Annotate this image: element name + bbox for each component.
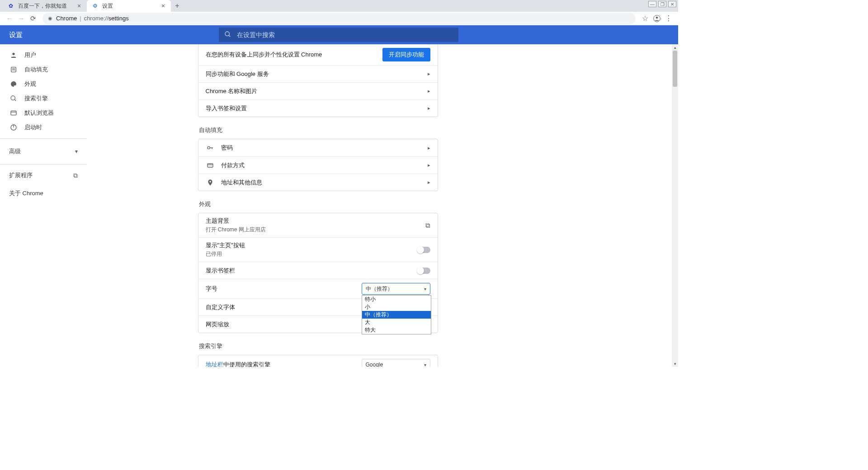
scrollbar-thumb[interactable] [673,51,677,87]
sidebar-label: 搜索引擎 [24,94,48,103]
chevron-right-icon: ▸ [428,179,430,185]
appearance-card: 主题背景打开 Chrome 网上应用店 ⧉ 显示"主页"按钮已停用 显示书签栏 … [198,213,438,333]
sidebar-extensions-link[interactable]: 扩展程序⧉ [0,168,87,183]
scrollbar[interactable]: ▴ ▾ [672,44,678,367]
chevron-right-icon: ▸ [428,71,430,77]
forward-button[interactable]: → [15,13,27,24]
search-input[interactable] [237,31,453,38]
addresses-row[interactable]: 地址和其他信息▸ [198,174,438,191]
sidebar-item-search[interactable]: 搜索引擎 [0,91,87,106]
fontsize-option[interactable]: 特大 [362,326,431,334]
chevron-right-icon: ▸ [428,162,430,168]
svg-point-19 [209,181,211,182]
sidebar-item-appearance[interactable]: 外观 [0,77,87,91]
chrome-name-row[interactable]: Chrome 名称和图片▸ [198,82,438,99]
passwords-row[interactable]: 密码▸ [198,139,438,156]
sidebar-advanced-toggle[interactable]: 高级▾ [0,142,87,160]
sidebar-item-startup[interactable]: 启动时 [0,120,87,135]
row-label: Chrome 名称和图片 [206,87,428,95]
fontsize-select[interactable]: 中（推荐） ▾ 特小 小 中（推荐） 大 特大 [362,283,430,295]
power-icon [9,123,18,132]
searchengine-section-title: 搜索引擎 [198,342,438,350]
browser-icon [9,108,18,118]
sidebar-item-autofill[interactable]: 自动填充 [0,62,87,77]
back-button[interactable]: ← [4,13,15,24]
svg-point-2 [225,32,229,36]
tab-title: 百度一下，你就知道 [18,2,73,10]
chevron-right-icon: ▸ [428,88,430,94]
sidebar-about-link[interactable]: 关于 Chrome [0,186,87,201]
svg-line-3 [229,35,230,37]
autofill-card: 密码▸ 付款方式▸ 地址和其他信息▸ [198,139,438,191]
settings-favicon: ⚙ [91,2,99,9]
settings-search[interactable] [219,28,458,42]
window-close-icon[interactable]: ✕ [668,1,676,7]
address-bar[interactable]: ◉ Chrome | chrome://settings [42,13,636,24]
scroll-up-icon[interactable]: ▴ [672,44,678,51]
bookmark-star-icon[interactable]: ☆ [639,13,651,24]
omnibox-url-path: settings [108,15,129,22]
svg-point-8 [11,96,15,100]
fontsize-option[interactable]: 小 [362,303,431,311]
addressbar-link[interactable]: 地址栏 [206,361,223,367]
searchengine-select[interactable]: Google▾ [362,359,430,367]
payment-row[interactable]: 付款方式▸ [198,156,438,174]
tab-close-icon[interactable]: × [76,3,82,9]
person-icon [9,51,18,60]
homebutton-row: 显示"主页"按钮已停用 [198,237,438,262]
chevron-down-icon: ▾ [75,148,78,155]
browser-titlebar: ✿ 百度一下，你就知道 × ⚙ 设置 × + — ❐ ✕ [0,0,678,12]
fontsize-value: 中（推荐） [366,285,393,293]
chevron-right-icon: ▸ [428,145,430,151]
sync-enable-button[interactable]: 开启同步功能 [382,48,430,61]
fontsize-dropdown: 特小 小 中（推荐） 大 特大 [362,295,431,334]
bookmarks-bar-row: 显示书签栏 [198,262,438,279]
settings-sidebar: 用户 自动填充 外观 搜索引擎 默认浏览器 启动时 高级▾ 扩展程序⧉ 关于 C… [0,44,87,367]
menu-icon[interactable]: ⋮ [663,13,675,24]
homebutton-sublabel: 已停用 [206,250,245,258]
svg-point-4 [12,53,14,55]
row-label: 同步功能和 Google 服务 [206,70,428,78]
bookmarks-toggle[interactable] [418,268,430,274]
search-icon [9,94,18,103]
sidebar-about-label: 关于 Chrome [9,189,43,197]
external-link-icon: ⧉ [425,221,430,230]
searchengine-card: 地址栏中使用的搜索引擎 Google▾ [198,355,438,367]
homebutton-toggle[interactable] [418,247,430,253]
dropdown-arrow-icon: ▾ [424,287,426,291]
fontsize-option-selected[interactable]: 中（推荐） [362,311,431,319]
fontsize-option[interactable]: 特小 [362,296,431,303]
searchengine-row: 地址栏中使用的搜索引擎 Google▾ [198,355,438,367]
card-icon [206,162,215,169]
browser-tab-settings[interactable]: ⚙ 设置 × [87,0,171,12]
reload-button[interactable]: ⟳ [27,13,39,24]
sync-services-row[interactable]: 同步功能和 Google 服务▸ [198,65,438,82]
sidebar-item-default-browser[interactable]: 默认浏览器 [0,106,87,120]
new-tab-button[interactable]: + [171,0,184,12]
svg-rect-17 [208,164,213,167]
fontsize-option[interactable]: 大 [362,319,431,326]
fontsize-label: 字号 [206,285,362,293]
scroll-down-icon[interactable]: ▾ [672,361,678,367]
window-minimize-icon[interactable]: — [648,1,656,7]
chevron-right-icon: ▸ [428,105,430,111]
tab-close-icon[interactable]: × [160,3,166,9]
sidebar-label: 默认浏览器 [24,109,54,117]
fontsize-row: 字号 中（推荐） ▾ 特小 小 中（推荐） 大 特大 [198,279,438,298]
row-label: 地址和其他信息 [221,179,262,187]
browser-tab-baidu[interactable]: ✿ 百度一下，你就知道 × [3,0,87,12]
profile-icon[interactable] [651,13,663,24]
window-maximize-icon[interactable]: ❐ [658,1,666,7]
baidu-favicon: ✿ [7,2,14,9]
import-bookmarks-row[interactable]: 导入书签和设置▸ [198,99,438,117]
chrome-icon: ◉ [48,15,52,21]
dropdown-arrow-icon: ▾ [424,362,426,367]
settings-title: 设置 [0,31,219,39]
appearance-section-title: 外观 [198,200,438,208]
palette-icon [9,80,18,89]
autofill-icon [9,65,18,74]
sidebar-item-user[interactable]: 用户 [0,48,87,62]
theme-label: 主题背景 [206,217,266,225]
svg-line-9 [14,99,16,101]
theme-row[interactable]: 主题背景打开 Chrome 网上应用店 ⧉ [198,213,438,237]
